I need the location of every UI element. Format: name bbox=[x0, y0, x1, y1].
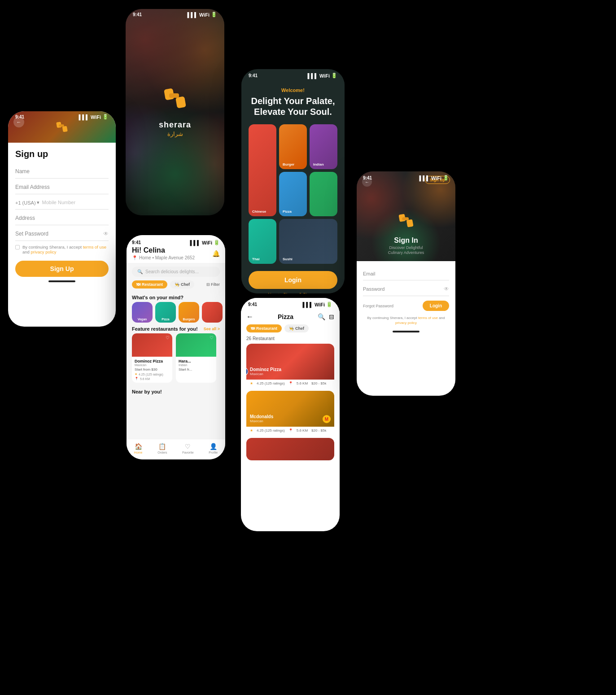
signin-title: Sign In bbox=[381, 236, 431, 245]
search-icon-pizza[interactable]: 🔍 bbox=[318, 313, 325, 320]
country-code[interactable]: +1 (USA) ▾ bbox=[15, 200, 39, 205]
terms-link1[interactable]: terms of use bbox=[83, 245, 106, 249]
heart-icon-2[interactable]: ♡ bbox=[210, 335, 214, 340]
mcdonalds-cuisine: Maxican bbox=[250, 419, 273, 423]
bottom-nav: 🏠 Home 📋 Orders ♡ Favorite 👤 Profile bbox=[127, 439, 225, 459]
forgot-password-link[interactable]: Forgot Password bbox=[363, 304, 393, 308]
sherara-logo-mark bbox=[163, 87, 187, 117]
grid-card-indian[interactable]: Indian bbox=[310, 124, 337, 169]
signin-terms-link1[interactable]: terms of use bbox=[418, 316, 438, 320]
star-icon-mc: ★ bbox=[250, 428, 253, 433]
dominoz-pizza-img: Dominoz Pizza Maxican D bbox=[246, 344, 334, 380]
sushi-label: Sushi bbox=[283, 257, 293, 261]
nav-home[interactable]: 🏠 Home bbox=[134, 443, 143, 454]
signin-status-time: 9:41 bbox=[363, 175, 372, 180]
dominoz-rating: 4.25 (125 ratings) bbox=[139, 373, 163, 376]
signin-login-button[interactable]: Login bbox=[423, 301, 449, 311]
name-field[interactable]: Name bbox=[15, 165, 109, 179]
pizza-restaurant-3[interactable] bbox=[246, 438, 334, 460]
wifi-icon: WiFi bbox=[199, 12, 210, 17]
search-icon: 🔍 bbox=[137, 269, 143, 274]
rest3-img bbox=[246, 438, 334, 460]
pizza-restaurant-dominoz[interactable]: Dominoz Pizza Maxican D ★ 4.25 (125 rati… bbox=[246, 344, 334, 387]
signin-bottom-indicator bbox=[393, 331, 419, 332]
pizza-page-title: Pizza bbox=[257, 313, 314, 320]
category-more[interactable] bbox=[202, 302, 223, 323]
battery-icon: 🔋 bbox=[331, 73, 337, 79]
pizza-tab-chef[interactable]: 👨‍🍳 Chef bbox=[284, 324, 309, 332]
home-status-time: 9:41 bbox=[132, 240, 141, 245]
grid-card-thai[interactable]: Thai bbox=[249, 219, 276, 264]
tab-restaurant[interactable]: 🍽 Restaurant bbox=[132, 280, 167, 288]
filter-button[interactable]: ⊟ Filter bbox=[206, 282, 220, 287]
signup-form: Sign up Name Email Address +1 (USA) ▾ Mo… bbox=[8, 143, 116, 288]
battery-icon: 🔋 bbox=[102, 114, 109, 120]
star-icon: ★ bbox=[250, 381, 253, 385]
category-vegan[interactable]: Vegan bbox=[132, 302, 153, 323]
section-mind-title: What's on your mind? bbox=[127, 292, 225, 302]
terms-checkbox[interactable] bbox=[15, 245, 20, 249]
heart-icon[interactable]: ♡ bbox=[166, 335, 170, 340]
grid-card-sushi[interactable]: Sushi bbox=[279, 219, 337, 264]
see-all-button[interactable]: See all > bbox=[204, 327, 220, 331]
signal-icon: ▌▌▌ bbox=[419, 175, 429, 181]
hara-img: ♡ bbox=[176, 333, 216, 357]
svg-rect-8 bbox=[402, 217, 409, 220]
dominoz-dist-value: 5.6 KM bbox=[140, 377, 150, 380]
category-pizza[interactable]: Pizza bbox=[155, 302, 176, 323]
password-field[interactable]: Set Password 👁 bbox=[15, 227, 109, 241]
nav-orders[interactable]: 📋 Orders bbox=[157, 443, 167, 454]
pizza-back-button[interactable]: ← bbox=[246, 313, 253, 321]
thai-label: Thai bbox=[252, 257, 259, 261]
hara-cuisine: Indian bbox=[179, 363, 214, 367]
eye-icon-signin[interactable]: 👁 bbox=[444, 286, 449, 292]
grid-card-pizza[interactable]: Pizza bbox=[279, 172, 307, 217]
nav-favorite[interactable]: ♡ Favorite bbox=[182, 443, 193, 454]
star-icon: ★ bbox=[135, 372, 137, 376]
terms-text: By continuing Sherara, I accept terms of… bbox=[22, 245, 109, 254]
bottom-indicator bbox=[48, 280, 75, 282]
notification-bell-icon[interactable]: 🔔 bbox=[212, 250, 220, 257]
signin-email-field[interactable]: Email bbox=[363, 267, 449, 280]
back-icon: ← bbox=[17, 119, 22, 125]
search-bar[interactable]: 🔍 Search delicious delights... bbox=[132, 267, 220, 277]
burger-label: Burger bbox=[283, 162, 294, 166]
category-burgers[interactable]: Burgers bbox=[179, 302, 199, 323]
signin-privacy-link[interactable]: privacy policy bbox=[395, 321, 417, 325]
signup-link[interactable]: Sign up bbox=[303, 293, 318, 293]
nav-profile[interactable]: 👤 Profile bbox=[209, 443, 218, 454]
privacy-link[interactable]: privacy policy bbox=[31, 249, 57, 254]
email-field[interactable]: Email Address bbox=[15, 180, 109, 194]
profile-nav-icon: 👤 bbox=[210, 443, 217, 450]
pizza-tab-restaurant[interactable]: 🍽 Restaurant bbox=[246, 324, 282, 332]
pizza-status-icons: ▌▌▌ WiFi 🔋 bbox=[302, 302, 332, 307]
signin-logo-icon bbox=[398, 213, 414, 233]
pizza-restaurant-mcdonalds[interactable]: Mcdonalds Maxican M ★ 4.25 (125 ratings)… bbox=[246, 391, 334, 434]
restaurant-card-dominoz[interactable]: ♡ Dominoz Pizza Maxican Start from $30 ★… bbox=[132, 333, 172, 383]
welcome-status-time: 9:41 bbox=[249, 73, 258, 78]
home-greeting: Hi! Celina bbox=[132, 246, 195, 254]
grid-card-burger[interactable]: Burger bbox=[279, 124, 307, 169]
phone-splash: 9:41 ▌▌▌ WiFi 🔋 sherara شرارة bbox=[126, 9, 224, 215]
wifi-icon: WiFi bbox=[91, 114, 101, 120]
mcdonalds-dist: 5.6 KM bbox=[297, 428, 308, 433]
mobile-field[interactable]: +1 (USA) ▾ Mobile Number bbox=[15, 196, 109, 210]
dist-icon: 📍 bbox=[288, 381, 293, 385]
pizza-status-time: 9:41 bbox=[248, 302, 257, 307]
signin-password-field[interactable]: Password 👁 bbox=[363, 282, 449, 296]
login-button[interactable]: Login bbox=[249, 271, 337, 289]
address-field[interactable]: Address bbox=[15, 211, 109, 225]
back-button[interactable]: ← bbox=[13, 117, 24, 127]
grid-card-extra[interactable] bbox=[310, 172, 337, 217]
filter-icon-pizza[interactable]: ⊟ bbox=[329, 313, 334, 320]
welcome-status-icons: ▌▌▌ WiFi 🔋 bbox=[307, 73, 337, 79]
indian-label: Indian bbox=[313, 162, 324, 166]
tab-chef[interactable]: 👨‍🍳 Chef bbox=[170, 280, 194, 288]
dominos-logo-img: D bbox=[246, 367, 248, 376]
burgers-img: Burgers bbox=[179, 302, 199, 323]
eye-icon[interactable]: 👁 bbox=[103, 231, 109, 237]
status-time: 9:41 bbox=[133, 12, 142, 17]
grid-card-chinese[interactable]: Chinese bbox=[249, 124, 276, 216]
signup-button[interactable]: Sign Up bbox=[15, 261, 109, 277]
restaurant-card-hara[interactable]: ♡ Hara... Indian Start fr... bbox=[176, 333, 216, 383]
